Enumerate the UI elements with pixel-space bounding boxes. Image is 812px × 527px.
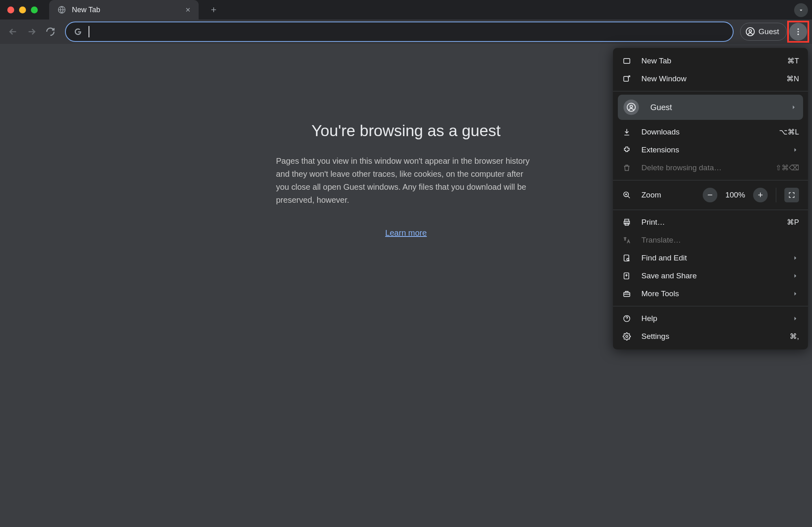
help-icon [622, 314, 632, 323]
menu-translate: Translate… [613, 231, 808, 249]
svg-rect-6 [624, 59, 630, 63]
page-heading: You're browsing as a guest [312, 122, 501, 140]
menu-more-tools[interactable]: More Tools [613, 285, 808, 303]
text-cursor [89, 26, 89, 37]
chevron-right-icon [792, 146, 799, 154]
menu-item-shortcut: ⌥⌘L [779, 128, 799, 137]
menu-item-shortcut: ⇧⌘⌫ [775, 163, 799, 172]
menu-extensions[interactable]: Extensions [613, 141, 808, 159]
svg-point-3 [797, 28, 799, 30]
menu-print[interactable]: Print… ⌘P [613, 213, 808, 231]
svg-point-5 [797, 34, 799, 35]
menu-separator [613, 180, 808, 180]
menu-item-label: Save and Share [641, 271, 782, 280]
chevron-right-icon [792, 272, 799, 280]
window-maximize-button[interactable] [31, 7, 38, 13]
menu-new-tab[interactable]: New Tab ⌘T [613, 52, 808, 70]
menu-item-label: Downloads [641, 128, 769, 137]
forward-button[interactable] [24, 24, 40, 40]
svg-rect-17 [624, 293, 630, 297]
menu-zoom-row: Zoom − 100% + [613, 184, 808, 206]
svg-rect-7 [624, 76, 629, 81]
titlebar-right [794, 3, 808, 17]
tab-close-button[interactable]: ✕ [185, 6, 191, 14]
menu-delete-browsing-data: Delete browsing data… ⇧⌘⌫ [613, 159, 808, 177]
menu-settings[interactable]: Settings ⌘, [613, 327, 808, 345]
menu-item-label: Help [641, 314, 782, 323]
menu-save-share[interactable]: Save and Share [613, 267, 808, 285]
print-icon [622, 217, 632, 227]
chevron-right-icon [792, 254, 799, 262]
profile-button[interactable]: Guest [740, 23, 787, 41]
new-window-icon [622, 74, 632, 84]
reload-button[interactable] [42, 24, 58, 40]
tab-search-button[interactable] [794, 3, 808, 17]
menu-item-label: New Tab [641, 56, 777, 65]
gear-icon [622, 332, 632, 341]
menu-item-label: Print… [641, 218, 777, 227]
download-icon [622, 127, 632, 137]
learn-more-link[interactable]: Learn more [385, 228, 427, 238]
menu-guest-profile[interactable]: Guest [618, 95, 803, 120]
zoom-value: 100% [723, 191, 747, 200]
titlebar: New Tab ✕ [0, 0, 812, 20]
toolbar: Guest [0, 20, 812, 44]
menu-item-label: Find and Edit [641, 254, 782, 262]
trash-icon [622, 163, 632, 173]
menu-item-label: Delete browsing data… [641, 163, 766, 172]
menu-item-label: More Tools [641, 289, 782, 298]
menu-separator [613, 210, 808, 210]
profile-avatar [624, 100, 639, 115]
svg-point-4 [797, 31, 799, 33]
address-bar[interactable] [65, 22, 734, 42]
zoom-separator [776, 188, 776, 202]
more-button-container [789, 23, 807, 41]
more-menu-button[interactable] [789, 23, 807, 41]
menu-downloads[interactable]: Downloads ⌥⌘L [613, 123, 808, 141]
toolbox-icon [622, 289, 632, 299]
svg-point-2 [749, 30, 751, 32]
menu-separator [613, 306, 808, 306]
browser-tab[interactable]: New Tab ✕ [49, 0, 199, 20]
zoom-controls: − 100% + [703, 188, 799, 202]
menu-item-shortcut: ⌘P [787, 218, 799, 227]
window-close-button[interactable] [7, 7, 14, 13]
menu-item-shortcut: ⌘T [787, 56, 799, 65]
new-tab-button[interactable] [207, 3, 221, 17]
zoom-in-button[interactable]: + [753, 188, 768, 202]
zoom-icon [622, 190, 632, 200]
page-body: Pages that you view in this window won't… [276, 154, 536, 206]
profile-label: Guest [758, 27, 779, 36]
menu-item-shortcut: ⌘, [790, 332, 799, 341]
zoom-out-button[interactable]: − [703, 188, 717, 202]
menu-find-edit[interactable]: Find and Edit [613, 249, 808, 267]
window-minimize-button[interactable] [19, 7, 26, 13]
menu-item-label: Guest [650, 103, 780, 112]
chevron-right-icon [792, 315, 799, 322]
translate-icon [622, 235, 632, 245]
menu-item-label: New Window [641, 74, 777, 83]
menu-help[interactable]: Help [613, 310, 808, 327]
chevron-right-icon [792, 290, 799, 297]
new-tab-icon [622, 56, 632, 66]
fullscreen-button[interactable] [784, 188, 799, 202]
globe-icon [57, 5, 66, 14]
svg-point-15 [627, 258, 629, 260]
share-icon [622, 271, 632, 281]
svg-point-19 [626, 336, 628, 338]
menu-item-label: Settings [641, 332, 780, 341]
menu-item-shortcut: ⌘N [786, 74, 799, 83]
chevron-right-icon [790, 104, 797, 111]
google-icon [73, 27, 83, 37]
menu-item-label: Translate… [641, 236, 799, 245]
extensions-icon [622, 145, 632, 155]
overflow-menu: New Tab ⌘T New Window ⌘N Guest Downloads… [613, 48, 808, 349]
menu-new-window[interactable]: New Window ⌘N [613, 70, 808, 88]
menu-item-label: Zoom [641, 191, 693, 200]
back-button[interactable] [5, 24, 21, 40]
svg-point-9 [630, 105, 632, 108]
tab-title: New Tab [72, 6, 180, 14]
window-controls [7, 7, 38, 13]
find-icon [622, 253, 632, 263]
menu-item-label: Extensions [641, 145, 782, 154]
